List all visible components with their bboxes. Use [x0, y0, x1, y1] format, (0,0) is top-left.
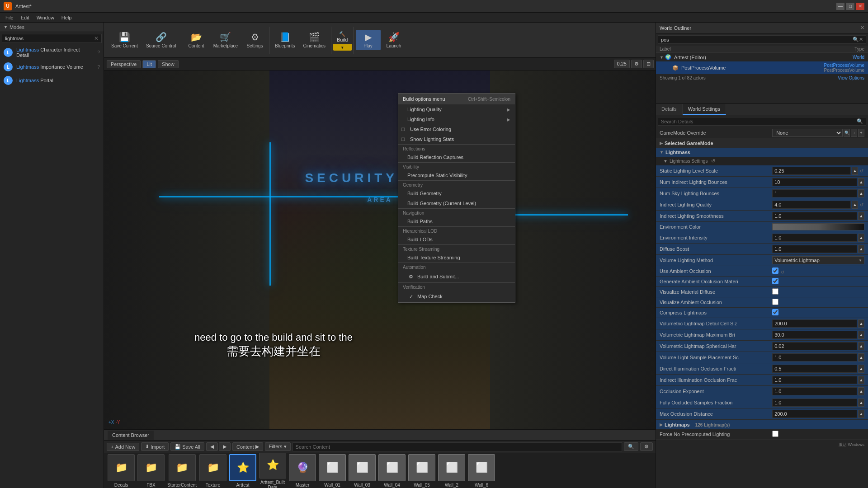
viewport-show-button[interactable]: Show [158, 60, 179, 68]
mode-item-lightmass-character[interactable]: L Lightmass Character Indirect Detail ? [0, 45, 104, 60]
sky-bounces-spin[interactable]: ▲ [858, 189, 864, 197]
volume-lighting-dropdown[interactable]: Volumetric Lightmap ▼ [772, 256, 864, 264]
menu-build-lods[interactable]: Build LODs [398, 235, 515, 244]
viewport-maximize-btn[interactable]: ⊡ [643, 60, 654, 68]
environment-color-bar[interactable] [772, 223, 864, 230]
outliner-search-input[interactable] [661, 37, 853, 42]
indirect-bounces-input[interactable] [772, 178, 857, 186]
cb-item-texture[interactable]: 📁 Texture [199, 454, 226, 488]
cb-item-starter-content[interactable]: 📁 StarterContent [167, 454, 197, 488]
settings-button[interactable]: ⚙ Settings [242, 30, 267, 50]
volumetric-spherical-input[interactable] [772, 342, 857, 350]
outliner-row-arttest[interactable]: ▼ 🌍 Arttest (Editor) World [656, 53, 868, 61]
force-no-precomputed-checkbox[interactable] [772, 431, 778, 437]
volumetric-detail-spin[interactable]: ▲ [858, 319, 864, 328]
indirect-smoothness-spin[interactable]: ▲ [858, 212, 864, 220]
menu-build-paths[interactable]: Build Paths [398, 216, 515, 226]
volumetric-spherical-spin[interactable]: ▲ [858, 342, 864, 350]
filters-button[interactable]: Filters ▾ [265, 442, 291, 451]
cb-item-wall6[interactable]: ⬜ Wall_6 [468, 454, 495, 488]
lightmass-settings-header[interactable]: ▼ Lightmass Settings ↺ [656, 157, 868, 165]
occlusion-exponent-spin[interactable]: ▲ [858, 387, 864, 395]
visualize-ao-checkbox[interactable] [772, 299, 778, 305]
mode-item-lightmass-portal[interactable]: L Lightmass Portal [0, 74, 104, 87]
menu-window[interactable]: Window [33, 14, 58, 21]
outliner-clear-btn[interactable]: ✕ [859, 37, 863, 42]
diffuse-boost-spin[interactable]: ▲ [858, 245, 864, 253]
cinematics-button[interactable]: 🎬 Cinematics [300, 30, 329, 50]
volumetric-max-bri-input[interactable] [772, 331, 857, 339]
details-tab-details[interactable]: Details [656, 104, 683, 115]
menu-build-texture-streaming[interactable]: Build Texture Streaming [398, 253, 515, 263]
cb-item-master[interactable]: 🔮 Master [289, 454, 316, 488]
compress-lightmaps-checkbox[interactable] [772, 309, 778, 315]
marketplace-button[interactable]: 🛒 Marketplace [210, 30, 241, 50]
content-path-button[interactable]: Content ▶ [232, 442, 263, 451]
details-search-icon[interactable]: 🔍 [857, 118, 863, 124]
import-button[interactable]: ⬇ Import [141, 442, 169, 451]
launch-button[interactable]: 🚀 Launch [382, 30, 406, 50]
fully-occluded-spin[interactable]: ▲ [858, 399, 864, 407]
details-search-input[interactable] [661, 119, 857, 124]
environment-intensity-spin[interactable]: ▲ [858, 234, 864, 242]
max-occlusion-spin[interactable]: ▲ [858, 410, 864, 418]
cb-item-decals[interactable]: 📁 Decals [108, 454, 135, 488]
indirect-illumination-spin[interactable]: ▲ [858, 376, 864, 384]
lightmass-settings-reset[interactable]: ↺ [711, 158, 715, 164]
outliner-view-options[interactable]: View Options [838, 75, 864, 80]
menu-lighting-quality[interactable]: Lighting Quality ▶ [398, 104, 515, 114]
add-new-button[interactable]: + Add New [107, 443, 139, 451]
volumetric-detail-input[interactable] [772, 319, 857, 328]
indirect-bounces-spin[interactable]: ▲ [858, 178, 864, 186]
lightmass-character-info[interactable]: ? [97, 50, 100, 55]
cb-item-wall2[interactable]: ⬜ Wall_2 [438, 454, 465, 488]
cb-item-arttest-built[interactable]: ⭐ Arttest_BuiltData [259, 453, 286, 488]
gamemode-override-add[interactable]: + [858, 129, 864, 137]
indirect-quality-reset[interactable]: ↺ [859, 202, 864, 207]
viewport-lit-button[interactable]: Lit [142, 60, 156, 68]
minimize-button[interactable]: — [836, 3, 844, 10]
environment-intensity-input[interactable] [772, 234, 857, 242]
fully-occluded-input[interactable] [772, 399, 857, 407]
mode-item-lightmass-importance[interactable]: L Lightmass Importance Volume ? [0, 60, 104, 74]
modes-header[interactable]: ▼ Modes [0, 23, 104, 32]
direct-illumination-spin[interactable]: ▲ [858, 365, 864, 373]
indirect-quality-input[interactable] [772, 201, 851, 209]
cb-item-wall04[interactable]: ⬜ Wall_04 [378, 454, 406, 488]
volumetric-max-bri-spin[interactable]: ▲ [858, 331, 864, 339]
content-browser-search-button[interactable]: 🔍 [624, 442, 638, 451]
viewport-perspective-button[interactable]: Perspective [107, 60, 141, 68]
occlusion-exponent-input[interactable] [772, 387, 857, 395]
menu-map-check[interactable]: ✓ Map Check [398, 291, 515, 302]
outliner-close-icon[interactable]: ✕ [860, 25, 864, 31]
use-ao-checkbox[interactable] [772, 267, 778, 274]
blueprints-button[interactable]: 📘 Blueprints [271, 30, 298, 50]
menu-help[interactable]: Help [58, 14, 75, 21]
details-tab-world-settings[interactable]: World Settings [683, 104, 726, 115]
maximize-button[interactable]: □ [846, 3, 854, 10]
outliner-row-postprocess[interactable]: 📦 PostProcessVolume PostProcessVolume Po… [656, 61, 868, 74]
visualize-material-checkbox[interactable] [772, 288, 778, 295]
generate-ao-checkbox[interactable] [772, 278, 778, 284]
build-button[interactable]: 🔨 Build [333, 29, 351, 44]
content-browser-tab[interactable]: Content Browser [108, 431, 154, 440]
modes-search-clear[interactable]: ✕ [94, 35, 99, 42]
outliner-search-btn[interactable]: 🔍 [853, 37, 859, 42]
sky-bounces-input[interactable] [772, 189, 857, 197]
static-lighting-scale-input[interactable] [772, 167, 851, 175]
diffuse-boost-input[interactable] [772, 245, 857, 253]
lightmass-section-header[interactable]: ▼ Lightmass [656, 148, 868, 157]
use-ao-reset[interactable]: ↺ [780, 270, 785, 275]
cb-item-fbx[interactable]: 📁 FBX [137, 454, 165, 488]
build-dropdown-arrow[interactable]: ▼ [333, 44, 351, 51]
menu-build-reflection-captures[interactable]: Build Reflection Captures [398, 152, 515, 162]
close-button[interactable]: ✕ [856, 3, 864, 10]
menu-file[interactable]: File [2, 14, 17, 21]
selected-gamemode-header[interactable]: ▶ Selected GameMode [656, 139, 868, 148]
lightmass-importance-info[interactable]: ? [97, 65, 100, 70]
volume-light-sample-spin[interactable]: ▲ [858, 353, 864, 361]
cb-item-arttest[interactable]: ⭐ Arttest [229, 454, 256, 488]
play-button[interactable]: ▶ Play [356, 30, 381, 50]
gamemode-override-select[interactable]: None [772, 129, 843, 137]
content-browser-search[interactable] [292, 442, 622, 451]
